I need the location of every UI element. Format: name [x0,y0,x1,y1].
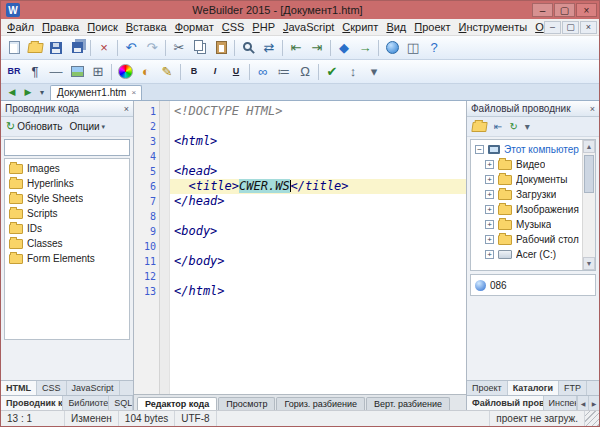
scrollbar-thumb[interactable] [584,155,594,193]
tree-scrollbar[interactable]: ▲ ▼ [582,140,595,270]
file-tree-root[interactable]: −Этот компьютер [472,142,581,157]
mdi-minimize-button[interactable]: – [544,21,561,34]
paste-button[interactable] [211,38,231,58]
palette-button[interactable]: ◐ [136,62,156,82]
file-tree-item[interactable]: +Загрузки [472,187,581,202]
more-options-button[interactable]: ▾ [364,62,384,82]
left-panel-tab-1[interactable]: Библиотека [63,396,109,410]
view-tab-2[interactable]: Гориз. разбиение [276,397,365,410]
view-tab-3[interactable]: Верт. разбиение [366,397,450,410]
menu-item[interactable]: Вставка [122,20,171,34]
open-file-button[interactable] [25,38,45,58]
code-text[interactable]: <!DOCTYPE HTML><html><head> <title>CWER.… [170,101,466,394]
scrollbar-track[interactable] [583,153,595,257]
nav-forward-button[interactable]: ▶ [20,85,36,99]
tab-scroll-right-icon[interactable]: ▶ [588,396,599,410]
close-document-button[interactable]: × [94,38,114,58]
replace-button[interactable]: ⇄ [259,38,279,58]
paragraph-tag-button[interactable]: ¶ [25,62,45,82]
undo-button[interactable]: ↶ [121,38,141,58]
right-mode-tab-2[interactable]: FTP [559,381,587,395]
code-explorer-search-input[interactable] [4,139,130,156]
expand-icon[interactable]: + [485,160,494,169]
refresh-files-button[interactable]: ↻ [507,120,519,133]
menu-item[interactable]: Опции [531,20,544,34]
indent-button[interactable]: ⇥ [307,38,327,58]
left-panel-tab-0[interactable]: Проводник кода [1,396,63,410]
left-panel-tab-2[interactable]: SQL [109,396,133,410]
lang-tab-1[interactable]: CSS [37,381,67,395]
file-explorer-close-icon[interactable]: × [590,104,595,114]
nav-back-button[interactable]: ◀ [4,85,20,99]
file-tree-item[interactable]: +Видео [472,157,581,172]
menu-item[interactable]: Вид [382,20,410,34]
code-area[interactable]: 12345678910111213 <!DOCTYPE HTML><html><… [134,101,466,394]
tab-list-dropdown[interactable]: ▾ [36,85,48,99]
file-tree-item[interactable]: +Acer (C:) [472,247,581,262]
menu-item[interactable]: PHP [248,20,279,34]
hr-tag-button[interactable]: ― [46,62,66,82]
resize-grip[interactable] [585,411,599,426]
scroll-down-icon[interactable]: ▼ [583,257,595,270]
code-explorer-folder[interactable]: Form Elements [6,251,128,266]
menu-item[interactable]: Поиск [83,20,121,34]
image-tag-button[interactable] [67,62,87,82]
special-char-button[interactable]: Ω [295,62,315,82]
close-button[interactable]: × [576,3,597,17]
sort-button[interactable]: ↕ [343,62,363,82]
search-button[interactable] [238,38,258,58]
edit-pencil-button[interactable]: ✎ [157,62,177,82]
menu-item[interactable]: JavaScript [279,20,338,34]
right-panel-tab-1[interactable]: Инспект [544,396,577,410]
options-button[interactable]: Опции ▾ [68,120,108,133]
refresh-button[interactable]: ↻ Обновить [4,119,65,134]
split-view-button[interactable]: ◫ [403,38,423,58]
preview-in-browser-button[interactable] [382,38,402,58]
expand-icon[interactable]: + [485,220,494,229]
redo-button[interactable]: ↷ [142,38,162,58]
copy-button[interactable] [190,38,210,58]
save-button[interactable] [46,38,66,58]
file-tree-item[interactable]: +Рабочий стол [472,232,581,247]
lang-tab-2[interactable]: JavaScript [67,381,120,395]
expand-icon[interactable]: + [485,235,494,244]
file-tree-item[interactable]: +Изображения [472,202,581,217]
file-tree-item[interactable]: +Музыка [472,217,581,232]
goto-line-button[interactable]: → [355,38,375,58]
document-tab[interactable]: Документ1.htm × [50,85,142,100]
view-tab-0[interactable]: Редактор кода [137,397,217,410]
collapse-icon[interactable]: − [475,145,484,154]
code-explorer-folder[interactable]: Style Sheets [6,191,128,206]
lang-tab-0[interactable]: HTML [1,381,37,395]
help-button[interactable]: ? [424,38,444,58]
menu-item[interactable]: Скрипт [338,20,382,34]
title-bar[interactable]: W WeBuilder 2015 - [Документ1.htm] – ▢ × [1,1,599,19]
underline-button[interactable]: U [226,62,246,82]
menu-item[interactable]: Формат [171,20,218,34]
list-tag-button[interactable]: ≔ [274,62,294,82]
views-dropdown-button[interactable]: ▾ [523,120,532,133]
right-mode-tab-1[interactable]: Каталоги [508,381,559,395]
up-one-level-button[interactable]: ⇤ [492,120,504,133]
tab-scroll-left-icon[interactable]: ◀ [577,396,588,410]
save-all-button[interactable] [67,38,87,58]
color-wheel-button[interactable] [115,62,135,82]
new-document-button[interactable] [4,38,24,58]
view-tab-1[interactable]: Просмотр [218,397,275,410]
mdi-close-button[interactable]: × [580,21,597,34]
code-explorer-folder[interactable]: Classes [6,236,128,251]
code-explorer-folder[interactable]: Hyperlinks [6,176,128,191]
scroll-up-icon[interactable]: ▲ [583,140,595,153]
tab-close-icon[interactable]: × [131,88,136,97]
menu-item[interactable]: Правка [38,20,83,34]
bold-button[interactable]: B [184,62,204,82]
code-explorer-folder[interactable]: Images [6,161,128,176]
menu-item[interactable]: CSS [218,20,249,34]
new-folder-button[interactable] [470,121,489,133]
link-button[interactable]: ∞ [253,62,273,82]
table-tag-button[interactable]: ⊞ [88,62,108,82]
menu-item[interactable]: Инструменты [455,20,532,34]
file-tree-item[interactable]: +Документы [472,172,581,187]
minimize-button[interactable]: – [532,3,553,17]
cut-button[interactable]: ✂ [169,38,189,58]
